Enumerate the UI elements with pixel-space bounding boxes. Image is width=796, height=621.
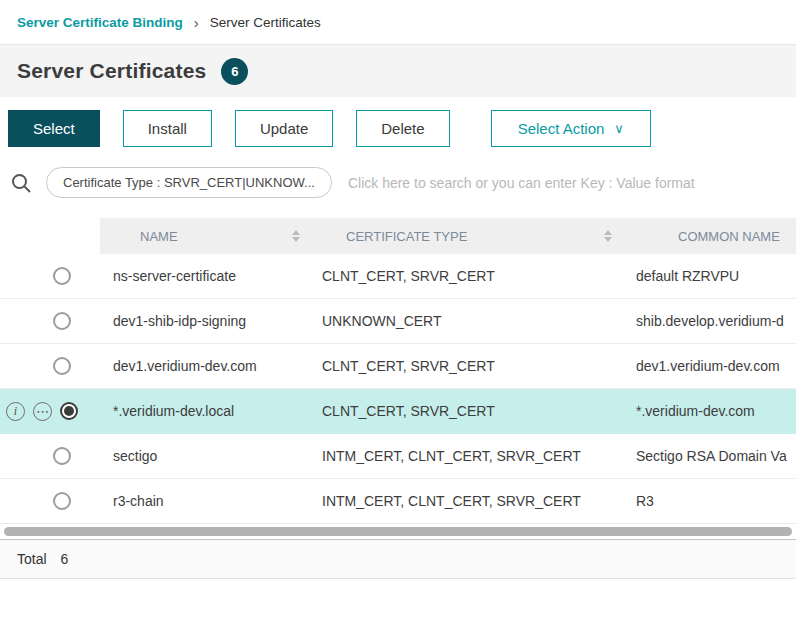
cell-name: dev1-shib-idp-signing (100, 313, 310, 329)
row-radio[interactable] (53, 357, 71, 375)
row-radio[interactable] (53, 447, 71, 465)
cell-certificate-type: CLNT_CERT, SRVR_CERT (310, 268, 622, 284)
cell-common-name: *.veridium-dev.com (622, 403, 796, 419)
cell-certificate-type: CLNT_CERT, SRVR_CERT (310, 403, 622, 419)
total-value: 6 (61, 551, 69, 567)
info-icon[interactable]: i (6, 402, 25, 421)
cell-name: sectigo (100, 448, 310, 464)
column-header-radio (0, 218, 100, 254)
ellipsis-menu-icon[interactable]: ⋯ (33, 402, 52, 421)
select-button[interactable]: Select (8, 110, 100, 147)
cell-common-name: default RZRVPU (622, 268, 796, 284)
breadcrumb-current: Server Certificates (210, 15, 321, 30)
breadcrumb: Server Certificate Binding › Server Cert… (0, 0, 796, 45)
row-radio-checked[interactable] (60, 402, 78, 420)
sort-icon (604, 230, 612, 242)
table-header: NAME CERTIFICATE TYPE COMMON NAME (0, 218, 796, 254)
chevron-down-icon: ∨ (614, 121, 624, 136)
select-action-dropdown[interactable]: Select Action ∨ (491, 110, 651, 147)
table-row-selected[interactable]: i ⋯ *.veridium-dev.local CLNT_CERT, SRVR… (0, 389, 796, 434)
cell-certificate-type: INTM_CERT, CLNT_CERT, SRVR_CERT (310, 493, 622, 509)
table-row[interactable]: r3-chain INTM_CERT, CLNT_CERT, SRVR_CERT… (0, 479, 796, 524)
horizontal-scrollbar-thumb[interactable] (4, 527, 792, 536)
horizontal-scrollbar-track[interactable] (0, 525, 796, 538)
filter-chip-certificate-type[interactable]: Certificate Type : SRVR_CERT|UNKNOW... (46, 167, 332, 198)
update-button[interactable]: Update (235, 110, 333, 147)
row-radio-cell (0, 492, 100, 510)
total-bar: Total 6 (0, 539, 796, 579)
row-radio-cell (0, 267, 100, 285)
cell-name: ns-server-certificate (100, 268, 310, 284)
select-action-label: Select Action (518, 120, 605, 137)
row-radio[interactable] (53, 492, 71, 510)
title-bar: Server Certificates 6 (0, 45, 796, 97)
breadcrumb-link-server-certificate-binding[interactable]: Server Certificate Binding (17, 15, 183, 30)
column-header-common-name-label: COMMON NAME (678, 229, 780, 244)
row-radio-cell (0, 312, 100, 330)
breadcrumb-separator-icon: › (194, 14, 199, 31)
cell-common-name: shib.develop.veridium-d (622, 313, 796, 329)
column-header-name[interactable]: NAME (100, 218, 310, 254)
row-radio-cell (0, 357, 100, 375)
count-badge: 6 (221, 58, 248, 85)
table-row[interactable]: sectigo INTM_CERT, CLNT_CERT, SRVR_CERT … (0, 434, 796, 479)
cell-common-name: R3 (622, 493, 796, 509)
cell-name: r3-chain (100, 493, 310, 509)
cell-common-name: dev1.veridium-dev.com (622, 358, 796, 374)
cell-certificate-type: CLNT_CERT, SRVR_CERT (310, 358, 622, 374)
page-title: Server Certificates (17, 59, 206, 83)
cell-certificate-type: INTM_CERT, CLNT_CERT, SRVR_CERT (310, 448, 622, 464)
search-bar: Certificate Type : SRVR_CERT|UNKNOW... (0, 157, 796, 212)
column-header-common-name[interactable]: COMMON NAME (622, 218, 796, 254)
cell-name: dev1.veridium-dev.com (100, 358, 310, 374)
cell-certificate-type: UNKNOWN_CERT (310, 313, 622, 329)
toolbar: Select Install Update Delete Select Acti… (0, 97, 796, 157)
search-icon (10, 172, 32, 194)
row-radio[interactable] (53, 267, 71, 285)
row-radio-cell (0, 447, 100, 465)
column-header-name-label: NAME (140, 229, 178, 244)
install-button[interactable]: Install (123, 110, 212, 147)
table-row[interactable]: ns-server-certificate CLNT_CERT, SRVR_CE… (0, 254, 796, 299)
cell-common-name: Sectigo RSA Domain Va (622, 448, 796, 464)
row-radio-cell: i ⋯ (0, 402, 100, 421)
delete-button[interactable]: Delete (356, 110, 449, 147)
column-header-certificate-type-label: CERTIFICATE TYPE (346, 229, 467, 244)
table-row[interactable]: dev1-shib-idp-signing UNKNOWN_CERT shib.… (0, 299, 796, 344)
cell-name: *.veridium-dev.local (100, 403, 310, 419)
sort-icon (292, 230, 300, 242)
row-radio[interactable] (53, 312, 71, 330)
search-input[interactable] (346, 174, 786, 192)
column-header-certificate-type[interactable]: CERTIFICATE TYPE (310, 218, 622, 254)
total-label: Total (17, 551, 47, 567)
table-row[interactable]: dev1.veridium-dev.com CLNT_CERT, SRVR_CE… (0, 344, 796, 389)
